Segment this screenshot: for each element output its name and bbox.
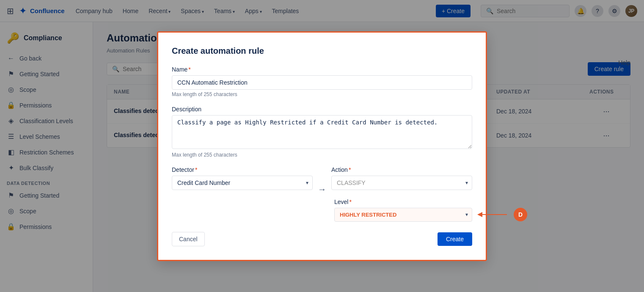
arrow-icon: → <box>318 185 326 198</box>
description-hint: Max length of 255 characters <box>172 152 472 158</box>
level-field-group: Level* HIGHLY RESTRICTED ▾ D <box>334 198 472 222</box>
detector-select[interactable]: Credit Card Number <box>172 176 313 190</box>
level-select-wrapper: HIGHLY RESTRICTED ▾ D <box>334 208 472 222</box>
name-label: Name* <box>172 66 472 73</box>
action-select[interactable]: CLASSIFY <box>331 176 472 190</box>
description-field-group: Description Classify a page as Highly Re… <box>172 106 472 158</box>
modal-footer: Cancel Create <box>172 232 472 246</box>
svg-marker-1 <box>477 212 482 217</box>
level-select[interactable]: HIGHLY RESTRICTED <box>334 208 472 222</box>
tutorial-d-indicator: D <box>477 208 527 221</box>
action-label: Action* <box>331 166 472 173</box>
detector-label: Detector* <box>172 166 313 173</box>
detector-select-wrapper: Credit Card Number ▾ <box>172 176 313 190</box>
detector-action-row: Detector* Credit Card Number ▾ → Action*… <box>172 166 472 198</box>
tutorial-badge: D <box>514 208 527 221</box>
cancel-button[interactable]: Cancel <box>172 232 205 246</box>
name-hint: Max length of 255 characters <box>172 91 472 97</box>
modal-title: Create automation rule <box>172 46 472 56</box>
level-label: Level* <box>334 198 472 205</box>
name-input[interactable] <box>172 75 472 90</box>
detector-group: Detector* Credit Card Number ▾ <box>172 166 313 190</box>
name-field-group: Name* Max length of 255 characters <box>172 66 472 97</box>
tutorial-arrow-svg <box>477 211 511 218</box>
action-select-wrapper: CLASSIFY ▾ <box>331 176 472 190</box>
modal-overlay[interactable]: Create automation rule Name* Max length … <box>0 0 644 292</box>
action-group: Action* CLASSIFY ▾ <box>331 166 472 190</box>
modal-create-button[interactable]: Create <box>438 232 472 246</box>
create-automation-rule-modal: Create automation rule Name* Max length … <box>157 31 487 261</box>
description-label: Description <box>172 106 472 113</box>
description-input[interactable]: Classify a page as Highly Restricted if … <box>172 115 472 149</box>
